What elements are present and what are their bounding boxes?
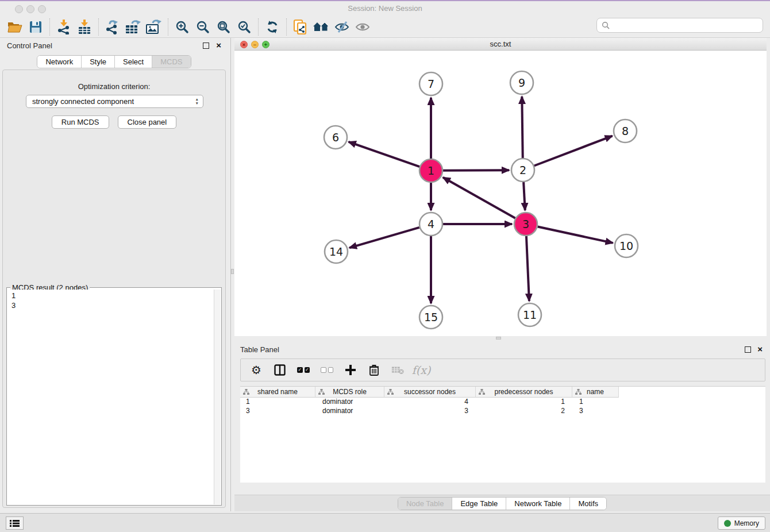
column-header-predecessor-nodes[interactable]: predecessor nodes — [476, 387, 572, 398]
open-session-icon[interactable] — [5, 18, 25, 36]
deselect-all-icon[interactable] — [321, 364, 333, 376]
toolbar-separator — [49, 18, 50, 36]
tab-style[interactable]: Style — [82, 56, 115, 68]
save-session-icon[interactable] — [25, 18, 46, 36]
window-minimize-button[interactable] — [26, 5, 34, 13]
memory-label: Memory — [734, 519, 759, 527]
table-close-icon[interactable]: × — [757, 346, 763, 352]
hide-eye-icon[interactable] — [332, 18, 352, 36]
column-header-MCDS-role[interactable]: MCDS role — [315, 387, 384, 398]
toolbar-separator — [286, 18, 287, 36]
export-table-icon[interactable] — [123, 18, 144, 36]
show-columns-icon[interactable] — [274, 364, 286, 376]
column-header-shared-name[interactable]: shared name — [240, 387, 315, 398]
table-toolbar: ⚙ ✓✓ f(x) — [240, 358, 765, 381]
table-options-icon[interactable]: ⚙ — [250, 364, 263, 376]
zoom-fit-icon[interactable] — [213, 18, 234, 36]
edge-1-6[interactable] — [349, 142, 420, 167]
node-8[interactable]: 8 — [614, 119, 637, 142]
table-float-icon[interactable] — [745, 346, 751, 353]
node-3[interactable]: 3 — [514, 213, 537, 236]
window-title: Session: New Session — [0, 1, 770, 16]
close-panel-icon[interactable]: × — [216, 42, 221, 48]
network-graph: 7968124314101511 — [234, 51, 767, 336]
list-icon — [10, 519, 20, 527]
tab-node-table[interactable]: Node Table — [398, 498, 453, 510]
node-2[interactable]: 2 — [511, 159, 534, 182]
node-14[interactable]: 14 — [325, 240, 348, 263]
edge-3-1[interactable] — [443, 178, 515, 218]
tab-network-table[interactable]: Network Table — [506, 498, 570, 510]
table-tabstrip: Node TableEdge TableNetwork TableMotifs — [234, 495, 770, 511]
select-all-icon[interactable]: ✓✓ — [297, 364, 310, 376]
network-hscroll-handle[interactable] — [496, 337, 501, 340]
node-7[interactable]: 7 — [419, 72, 442, 95]
import-table-icon[interactable] — [74, 18, 95, 36]
node-1[interactable]: 1 — [419, 159, 442, 182]
edge-2-3[interactable] — [523, 182, 525, 210]
column-label: MCDS role — [333, 388, 367, 396]
show-eye-icon[interactable] — [352, 18, 373, 36]
table-rows: 1dominator4113dominator323 — [240, 398, 765, 416]
node-11[interactable]: 11 — [518, 303, 541, 326]
network-canvas[interactable]: 7968124314101511 — [234, 51, 767, 336]
export-image-icon[interactable] — [144, 18, 164, 36]
log-console-button[interactable] — [6, 516, 24, 530]
edge-1-2[interactable] — [443, 170, 509, 171]
optimization-criterion-label: Optimization criterion: — [3, 82, 225, 91]
node-10[interactable]: 10 — [615, 234, 638, 257]
vertical-splitter[interactable] — [230, 38, 234, 511]
memory-button[interactable]: Memory — [718, 516, 765, 530]
network-maximize-button[interactable]: + — [262, 41, 270, 48]
network-minimize-button[interactable]: − — [251, 41, 259, 48]
node-label: 15 — [424, 311, 438, 323]
node-9[interactable]: 9 — [510, 71, 533, 94]
refresh-icon[interactable] — [262, 18, 283, 36]
edge-2-9[interactable] — [522, 97, 522, 158]
tab-motifs[interactable]: Motifs — [570, 498, 606, 510]
table-row[interactable]: 3dominator323 — [240, 407, 765, 416]
splitter-handle[interactable] — [231, 269, 234, 274]
import-network-icon[interactable] — [53, 18, 74, 36]
node-4[interactable]: 4 — [419, 213, 442, 236]
edge-4-14[interactable] — [349, 228, 419, 248]
network-close-button[interactable]: × — [240, 41, 248, 48]
table-cell: 3 — [240, 407, 315, 416]
zoom-in-icon[interactable] — [172, 18, 192, 36]
add-column-icon[interactable] — [344, 364, 357, 376]
app-titlebar: Session: New Session — [0, 0, 770, 16]
zoom-selected-icon[interactable] — [234, 18, 255, 36]
home-icon[interactable] — [311, 18, 332, 36]
network-view-window: × − + scc.txt 7968124314101511 — [234, 38, 767, 340]
window-close-button[interactable] — [15, 5, 23, 13]
control-panel-title: Control Panel — [7, 41, 52, 50]
mcds-result-line: 3 — [11, 300, 214, 310]
float-panel-icon[interactable] — [203, 43, 209, 49]
node-6[interactable]: 6 — [324, 126, 347, 149]
close-panel-button[interactable]: Close panel — [118, 115, 177, 129]
criterion-select[interactable]: strongly connected component ▲▼ — [26, 95, 203, 108]
table-row[interactable]: 1dominator411 — [240, 398, 765, 407]
criterion-value: strongly connected component — [32, 97, 134, 106]
node-15[interactable]: 15 — [419, 306, 442, 329]
tab-mcds[interactable]: MCDS — [152, 56, 190, 68]
edge-2-8[interactable] — [534, 136, 613, 166]
tab-edge-table[interactable]: Edge Table — [452, 498, 506, 510]
run-mcds-button[interactable]: Run MCDS — [52, 115, 109, 129]
export-network-icon[interactable] — [102, 18, 123, 36]
network-window-titlebar[interactable]: × − + scc.txt — [234, 38, 767, 51]
zoom-out-icon[interactable] — [192, 18, 213, 36]
window-zoom-button[interactable] — [38, 5, 46, 13]
tab-network[interactable]: Network — [37, 56, 82, 68]
mcds-result-scrollbar[interactable] — [214, 290, 221, 504]
search-input[interactable] — [610, 20, 763, 31]
table-header-row: shared nameMCDS rolesuccessor nodesprede… — [240, 387, 765, 398]
tab-select[interactable]: Select — [115, 56, 152, 68]
column-header-name[interactable]: name — [572, 387, 619, 398]
edge-3-11[interactable] — [526, 236, 529, 301]
delete-column-icon[interactable] — [368, 364, 380, 376]
edge-3-10[interactable] — [538, 226, 613, 242]
network-from-selection-icon[interactable] — [290, 18, 311, 36]
column-header-successor-nodes[interactable]: successor nodes — [384, 387, 476, 398]
search-box[interactable] — [596, 18, 763, 33]
